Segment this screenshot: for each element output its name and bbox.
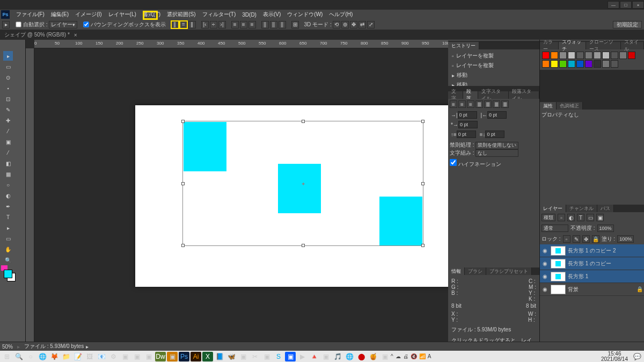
menu-3d[interactable]: 3D(D) (239, 12, 260, 18)
handle-br[interactable] (421, 244, 425, 247)
info-tab[interactable]: 情報 (448, 267, 465, 275)
history-tab[interactable]: ヒストリー (448, 42, 479, 49)
swatch[interactable] (594, 52, 601, 59)
menu-layer[interactable]: レイヤー(L) (105, 11, 140, 18)
visibility-icon[interactable]: ◉ (541, 260, 548, 266)
filter-shape-icon[interactable]: ▭ (587, 214, 594, 221)
handle-ml[interactable] (181, 182, 185, 185)
hand-tool[interactable]: ✋ (3, 244, 13, 254)
canvas-viewport[interactable]: ✦ (34, 48, 448, 361)
marquee-tool[interactable]: ▭ (3, 62, 13, 71)
taskbar-vlc[interactable]: 🔺 (309, 352, 319, 361)
taskbar-skype[interactable]: S (273, 352, 284, 361)
charstyle-tab[interactable]: 文字スタイル (478, 91, 509, 99)
align-right-button[interactable]: ›| (218, 21, 226, 28)
color-tab[interactable]: カラー (540, 42, 559, 49)
dodge-tool[interactable]: ◐ (3, 191, 13, 200)
eyedropper-tool[interactable]: ✎ (3, 105, 13, 114)
layer-row[interactable]: ◉ 背景 🔒 (540, 283, 644, 296)
tray-wifi-icon[interactable]: 📶 (419, 353, 426, 359)
align-hcenter-button[interactable]: ÷ (210, 21, 217, 28)
layer-row[interactable]: ◉ 長方形 1 (540, 270, 644, 283)
taskbar-excel[interactable]: X (202, 352, 213, 361)
dist-left-button[interactable]: || (261, 21, 269, 28)
3d-slide-button[interactable]: ⇄ (358, 21, 366, 28)
brush-tool[interactable]: ∕ (3, 126, 13, 136)
swatch[interactable] (559, 52, 567, 59)
swatch[interactable] (585, 52, 592, 59)
taskbar-sublime[interactable]: ▣ (167, 352, 178, 361)
tray-up-icon[interactable]: ^ (391, 353, 393, 359)
3d-pan-button[interactable]: ✥ (350, 21, 357, 28)
visibility-icon[interactable]: ◉ (541, 273, 548, 279)
menu-select[interactable]: 選択範囲(S) (164, 11, 199, 18)
align-left-text-button[interactable]: ≡ (450, 100, 457, 108)
taskbar-app11[interactable]: 🌐 (344, 352, 355, 361)
window-close-button[interactable]: × (632, 1, 644, 9)
taskbar-settings[interactable]: ⚙ (108, 352, 119, 361)
taskbar-app3[interactable]: ▣ (143, 352, 154, 361)
parastyle-tab[interactable]: 段落スタイル (509, 91, 539, 99)
zoom-tool[interactable]: 🔍 (3, 255, 13, 265)
taskbar-app4[interactable]: 📘 (214, 352, 225, 361)
filter-type-icon[interactable]: T (577, 214, 584, 221)
taskbar-app8[interactable]: ▣ (261, 352, 272, 361)
tray-printer-icon[interactable]: 🖨 (403, 353, 408, 359)
lasso-tool[interactable]: ⊙ (3, 73, 13, 82)
layer-row[interactable]: ◉ 長方形 1 のコピー (540, 257, 644, 270)
taskbar-app9[interactable]: ▣ (320, 352, 331, 361)
auto-select-target-dropdown[interactable]: レイヤー ▾ (49, 21, 77, 28)
hyphen-checkbox[interactable] (450, 159, 457, 166)
layer-name[interactable]: 背景 (568, 286, 579, 293)
tray-ime-icon[interactable]: A (428, 353, 431, 359)
blur-tool[interactable]: ○ (3, 180, 13, 190)
auto-align-button[interactable]: ⊞ (291, 21, 299, 28)
menu-window[interactable]: ウィンドウ(W) (284, 11, 326, 18)
taskbar-chrome[interactable]: 🌐 (37, 352, 48, 361)
history-brush-tool[interactable]: ∕ (3, 148, 13, 157)
kinsoku-dropdown[interactable]: 禁則を使用しない (475, 142, 518, 149)
window-maximize-button[interactable]: □ (620, 1, 632, 9)
swatch[interactable] (551, 60, 558, 68)
menu-edit[interactable]: 編集(E) (48, 11, 72, 18)
menu-image[interactable]: イメージ(I) (72, 11, 105, 18)
history-item[interactable]: ▸移動 (450, 80, 538, 86)
taskbar-app7[interactable]: ✂ (250, 352, 260, 361)
start-button[interactable]: ⊞ (2, 352, 12, 361)
shape-tool[interactable]: ▭ (3, 234, 13, 243)
workspace-switcher[interactable]: 初期設定 (613, 21, 642, 28)
menu-file[interactable]: ファイル(F) (13, 11, 48, 18)
show-bbox-checkbox[interactable] (83, 21, 89, 27)
menu-help[interactable]: ヘルプ(H) (326, 11, 356, 18)
filter-smart-icon[interactable]: ▣ (596, 214, 604, 221)
eraser-tool[interactable]: ◧ (3, 158, 13, 168)
swatch[interactable] (576, 60, 584, 68)
channels-tab[interactable]: チャンネル (566, 205, 597, 212)
notification-icon[interactable]: 💬 (632, 352, 642, 361)
taskbar-app1[interactable]: ▣ (120, 352, 130, 361)
taskbar-zoom[interactable]: ▣ (285, 352, 296, 361)
type-tool[interactable]: T (3, 212, 13, 222)
align-left-button[interactable]: |‹ (201, 21, 209, 28)
clone-tab[interactable]: クローンソース (586, 42, 621, 49)
handle-bc[interactable] (302, 244, 305, 247)
align-vcenter-button[interactable]: = (180, 21, 187, 28)
handle-tc[interactable] (302, 120, 305, 123)
styles-tab[interactable]: スタイル (621, 42, 644, 49)
move-tool-icon[interactable]: ▸ (2, 21, 10, 28)
space-after-input[interactable] (485, 131, 504, 138)
dist-vcenter-button[interactable]: ≡ (240, 21, 247, 28)
taskbar-dreamweaver[interactable]: Dw (155, 352, 166, 361)
taskbar-app6[interactable]: ▣ (238, 352, 248, 361)
taskbar-app13[interactable]: ▣ (379, 352, 390, 361)
horizontal-ruler[interactable]: 0501001502002503003504004505005506006507… (34, 40, 448, 48)
tray-volume-icon[interactable]: 🔇 (411, 353, 417, 359)
layer-thumbnail[interactable] (551, 285, 566, 294)
menu-type[interactable]: 書式(Y) (140, 11, 164, 18)
lock-pixels-icon[interactable]: ✎ (573, 235, 580, 243)
swatch[interactable] (611, 52, 618, 59)
vertical-ruler[interactable] (26, 48, 34, 361)
layer-thumbnail[interactable] (551, 259, 566, 269)
justify-center-button[interactable]: ≣ (484, 100, 492, 108)
swatches-tab[interactable]: スウォッチ (559, 42, 586, 49)
